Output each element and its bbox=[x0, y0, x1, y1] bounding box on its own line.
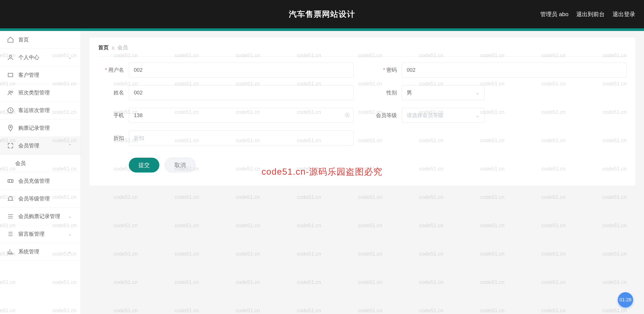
header-actions: 管理员 abo 退出到前台 退出登录 bbox=[540, 10, 635, 18]
svg-rect-6 bbox=[8, 179, 13, 182]
home-icon bbox=[7, 36, 14, 43]
site-title: 汽车售票网站设计 bbox=[289, 9, 355, 20]
sidebar-item-member-ticket[interactable]: 会员购票记录管理 ⌄ bbox=[0, 208, 80, 225]
sidebar-item-home[interactable]: 首页 bbox=[0, 31, 80, 49]
ticket-icon bbox=[7, 178, 14, 184]
sidebar-label: 首页 bbox=[18, 36, 29, 43]
rect-icon bbox=[7, 71, 14, 78]
sidebar-sub-member[interactable]: 会员 bbox=[0, 155, 80, 172]
select-gender-value: 男 bbox=[407, 89, 412, 96]
label-level: 会员等级 bbox=[371, 112, 402, 119]
row-username: *用户名 bbox=[98, 63, 354, 77]
row-phone: 手机 ⓧ bbox=[98, 108, 354, 123]
chevron-down-icon: ⌄ bbox=[68, 214, 72, 219]
list-icon bbox=[7, 213, 14, 220]
chevron-down-icon: ⌄ bbox=[475, 112, 480, 118]
user-icon bbox=[7, 54, 14, 61]
input-username[interactable] bbox=[129, 63, 354, 77]
home-small-icon: ⌂ bbox=[112, 45, 114, 50]
sidebar-item-member[interactable]: 会员管理 ⌃ bbox=[0, 137, 80, 155]
input-phone[interactable] bbox=[129, 108, 354, 123]
cancel-button[interactable]: 取消 bbox=[164, 158, 196, 172]
list2-icon bbox=[7, 231, 14, 238]
user-label[interactable]: 管理员 abo bbox=[540, 10, 568, 18]
label-name: 姓名 bbox=[98, 89, 129, 96]
submit-button[interactable]: 提交 bbox=[129, 158, 159, 172]
row-password: *密码 bbox=[371, 63, 626, 77]
svg-point-5 bbox=[10, 126, 11, 128]
sidebar-item-system[interactable]: 系统管理 ⌄ bbox=[0, 243, 80, 261]
top-header: 汽车售票网站设计 管理员 abo 退出到前台 退出登录 bbox=[0, 0, 644, 28]
sidebar-label: 会员充值管理 bbox=[18, 178, 50, 184]
expand-icon bbox=[7, 142, 14, 149]
label-username: *用户名 bbox=[98, 66, 129, 73]
sidebar-item-message[interactable]: 留言板管理 ⌄ bbox=[0, 225, 80, 243]
sidebar-label: 客运班次管理 bbox=[18, 107, 50, 114]
select-level-placeholder: 请选择会员等级 bbox=[407, 112, 444, 119]
input-password[interactable] bbox=[402, 63, 626, 77]
row-level: 会员等级 请选择会员等级 ⌄ bbox=[371, 108, 626, 123]
content-area: 首页 ⌂ 会员 *用户名 *密码 姓名 性别 bbox=[81, 31, 644, 314]
bell-icon bbox=[7, 195, 14, 202]
label-password: *密码 bbox=[371, 66, 402, 73]
sidebar-item-ticket-record[interactable]: 购票记录管理 bbox=[0, 119, 80, 137]
member-form: *用户名 *密码 姓名 性别 男 ⌄ bbox=[98, 63, 626, 172]
chevron-down-icon: ⌄ bbox=[68, 249, 72, 254]
sidebar-item-level[interactable]: 会员等级管理 bbox=[0, 190, 80, 208]
accent-bar bbox=[0, 28, 644, 31]
sidebar-label: 购票记录管理 bbox=[18, 124, 50, 131]
svg-rect-1 bbox=[8, 73, 13, 77]
label-gender: 性别 bbox=[371, 89, 402, 96]
sidebar-label: 客户管理 bbox=[18, 71, 39, 78]
users-icon bbox=[7, 89, 14, 96]
svg-point-2 bbox=[9, 91, 10, 93]
sidebar-label: 留言板管理 bbox=[18, 231, 44, 238]
chevron-down-icon: ⌄ bbox=[475, 90, 480, 96]
sidebar-item-bus-schedule[interactable]: 客运班次管理 bbox=[0, 102, 80, 119]
chevron-up-icon: ⌃ bbox=[68, 143, 72, 148]
row-discount: 折扣 bbox=[98, 131, 354, 145]
clock-icon bbox=[7, 107, 14, 114]
chevron-down-icon: ⌄ bbox=[68, 55, 72, 60]
chevron-down-icon: ⌄ bbox=[68, 231, 72, 237]
row-gender: 性别 男 ⌄ bbox=[371, 85, 626, 100]
input-discount[interactable] bbox=[129, 131, 354, 145]
pin-icon bbox=[7, 124, 14, 131]
sidebar-item-recharge[interactable]: 会员充值管理 bbox=[0, 172, 80, 190]
select-level[interactable]: 请选择会员等级 ⌄ bbox=[402, 108, 485, 123]
form-card: 首页 ⌂ 会员 *用户名 *密码 姓名 性别 bbox=[90, 37, 635, 186]
sidebar-label: 系统管理 bbox=[18, 248, 39, 255]
sidebar-label: 会员购票记录管理 bbox=[18, 213, 60, 220]
sidebar-label: 会员等级管理 bbox=[18, 195, 50, 202]
button-row: 提交 取消 bbox=[98, 158, 626, 172]
sidebar-label: 会员管理 bbox=[18, 142, 39, 149]
svg-point-3 bbox=[11, 91, 13, 93]
front-link[interactable]: 退出到前台 bbox=[576, 10, 605, 18]
sidebar-item-schedule-type[interactable]: 班次类型管理 bbox=[0, 84, 80, 102]
breadcrumb-current: 会员 bbox=[118, 44, 128, 51]
sidebar-label: 班次类型管理 bbox=[18, 89, 50, 96]
sidebar: 首页 个人中心 ⌄ 客户管理 班次类型管理 客运班次管理 购票记录管理 会员管理… bbox=[0, 31, 81, 314]
select-gender[interactable]: 男 ⌄ bbox=[402, 85, 485, 100]
row-name: 姓名 bbox=[98, 85, 354, 100]
svg-point-0 bbox=[10, 55, 12, 57]
sidebar-item-customer[interactable]: 客户管理 bbox=[0, 66, 80, 84]
sidebar-label: 个人中心 bbox=[18, 54, 39, 61]
breadcrumb: 首页 ⌂ 会员 bbox=[98, 44, 626, 56]
logout-link[interactable]: 退出登录 bbox=[612, 10, 635, 18]
timer-badge[interactable]: 01:28 bbox=[618, 292, 633, 308]
breadcrumb-home[interactable]: 首页 bbox=[98, 44, 109, 51]
input-name[interactable] bbox=[129, 85, 354, 100]
label-discount: 折扣 bbox=[98, 135, 129, 142]
sidebar-item-profile[interactable]: 个人中心 ⌄ bbox=[0, 49, 80, 66]
label-phone: 手机 bbox=[98, 112, 129, 119]
clear-icon[interactable]: ⓧ bbox=[345, 112, 350, 119]
chart-icon bbox=[7, 248, 14, 255]
